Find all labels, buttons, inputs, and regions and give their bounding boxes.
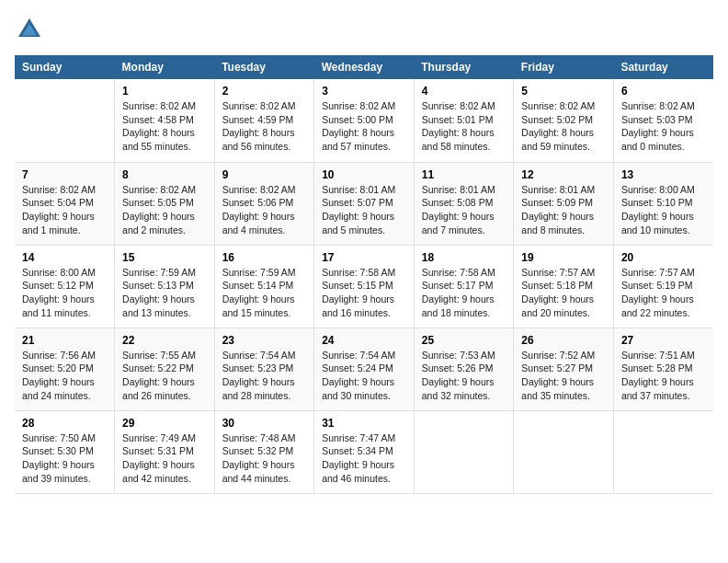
day-content: Sunrise: 7:53 AMSunset: 5:26 PMDaylight:… [422,349,506,403]
day-content: Sunrise: 7:54 AMSunset: 5:24 PMDaylight:… [322,349,406,403]
day-number: 11 [422,168,506,181]
calendar-cell: 21Sunrise: 7:56 AMSunset: 5:20 PMDayligh… [15,327,115,410]
calendar-cell: 15Sunrise: 7:59 AMSunset: 5:13 PMDayligh… [115,245,215,327]
day-number: 27 [621,334,706,347]
calendar-cell [15,79,115,162]
calendar-cell: 8Sunrise: 8:02 AMSunset: 5:05 PMDaylight… [115,162,215,245]
day-number: 24 [322,334,406,347]
day-content: Sunrise: 8:02 AMSunset: 5:04 PMDaylight:… [22,183,107,237]
day-content: Sunrise: 8:02 AMSunset: 4:58 PMDaylight:… [122,99,207,154]
day-number: 13 [621,168,706,181]
logo [15,15,48,44]
day-content: Sunrise: 8:01 AMSunset: 5:09 PMDaylight:… [521,183,606,237]
day-number: 12 [521,168,606,181]
calendar-cell: 9Sunrise: 8:02 AMSunset: 5:06 PMDaylight… [214,162,314,245]
day-number: 1 [122,85,207,98]
day-number: 8 [122,168,207,181]
day-content: Sunrise: 7:57 AMSunset: 5:18 PMDaylight:… [521,266,606,320]
day-number: 21 [22,334,107,347]
calendar-cell: 16Sunrise: 7:59 AMSunset: 5:14 PMDayligh… [214,245,314,327]
day-number: 15 [122,251,207,264]
day-content: Sunrise: 8:02 AMSunset: 5:05 PMDaylight:… [122,183,207,237]
day-number: 19 [521,251,606,264]
day-content: Sunrise: 7:55 AMSunset: 5:22 PMDaylight:… [122,349,207,403]
calendar-cell: 2Sunrise: 8:02 AMSunset: 4:59 PMDaylight… [214,79,314,162]
day-number: 31 [322,417,406,430]
calendar-cell: 24Sunrise: 7:54 AMSunset: 5:24 PMDayligh… [314,327,415,410]
calendar-cell: 17Sunrise: 7:58 AMSunset: 5:15 PMDayligh… [314,245,415,327]
calendar-cell: 11Sunrise: 8:01 AMSunset: 5:08 PMDayligh… [414,162,514,245]
day-content: Sunrise: 8:00 AMSunset: 5:12 PMDaylight:… [22,266,107,320]
day-number: 14 [22,251,107,264]
day-header-sunday: Sunday [15,55,115,79]
day-content: Sunrise: 8:01 AMSunset: 5:07 PMDaylight:… [322,183,406,237]
calendar-cell: 4Sunrise: 8:02 AMSunset: 5:01 PMDaylight… [414,79,514,162]
calendar-cell: 26Sunrise: 7:52 AMSunset: 5:27 PMDayligh… [514,327,614,410]
day-header-saturday: Saturday [613,55,713,79]
calendar-cell: 30Sunrise: 7:48 AMSunset: 5:32 PMDayligh… [214,410,314,493]
calendar-cell: 12Sunrise: 8:01 AMSunset: 5:09 PMDayligh… [514,162,614,245]
week-row-2: 7Sunrise: 8:02 AMSunset: 5:04 PMDaylight… [15,162,713,245]
calendar-cell [414,410,514,493]
day-content: Sunrise: 7:57 AMSunset: 5:19 PMDaylight:… [621,266,706,320]
calendar-cell: 23Sunrise: 7:54 AMSunset: 5:23 PMDayligh… [214,327,314,410]
day-number: 16 [222,251,307,264]
day-content: Sunrise: 7:48 AMSunset: 5:32 PMDaylight:… [222,431,307,486]
day-content: Sunrise: 8:00 AMSunset: 5:10 PMDaylight:… [621,183,706,237]
day-content: Sunrise: 7:52 AMSunset: 5:27 PMDaylight:… [521,349,606,403]
day-content: Sunrise: 8:02 AMSunset: 5:00 PMDaylight:… [322,99,406,154]
day-header-thursday: Thursday [414,55,514,79]
day-header-tuesday: Tuesday [214,55,314,79]
day-number: 10 [322,168,406,181]
calendar-cell: 13Sunrise: 8:00 AMSunset: 5:10 PMDayligh… [613,162,713,245]
calendar-cell: 14Sunrise: 8:00 AMSunset: 5:12 PMDayligh… [15,245,115,327]
day-header-wednesday: Wednesday [314,55,415,79]
week-row-4: 21Sunrise: 7:56 AMSunset: 5:20 PMDayligh… [15,327,713,410]
calendar-cell: 18Sunrise: 7:58 AMSunset: 5:17 PMDayligh… [414,245,514,327]
day-content: Sunrise: 7:50 AMSunset: 5:30 PMDaylight:… [22,431,107,486]
day-number: 5 [521,85,606,98]
day-content: Sunrise: 7:56 AMSunset: 5:20 PMDaylight:… [22,349,107,403]
day-content: Sunrise: 7:49 AMSunset: 5:31 PMDaylight:… [122,431,207,486]
day-content: Sunrise: 8:02 AMSunset: 5:02 PMDaylight:… [521,99,606,154]
calendar-cell: 7Sunrise: 8:02 AMSunset: 5:04 PMDaylight… [15,162,115,245]
calendar-cell: 28Sunrise: 7:50 AMSunset: 5:30 PMDayligh… [15,410,115,493]
day-content: Sunrise: 7:58 AMSunset: 5:17 PMDaylight:… [422,266,506,320]
day-number: 29 [122,417,207,430]
calendar-cell: 25Sunrise: 7:53 AMSunset: 5:26 PMDayligh… [414,327,514,410]
calendar-cell: 20Sunrise: 7:57 AMSunset: 5:19 PMDayligh… [613,245,713,327]
day-number: 7 [22,168,107,181]
day-number: 17 [322,251,406,264]
day-content: Sunrise: 7:59 AMSunset: 5:13 PMDaylight:… [122,266,207,320]
day-content: Sunrise: 7:59 AMSunset: 5:14 PMDaylight:… [222,266,307,320]
day-content: Sunrise: 8:02 AMSunset: 4:59 PMDaylight:… [222,99,307,154]
calendar-cell: 19Sunrise: 7:57 AMSunset: 5:18 PMDayligh… [514,245,614,327]
day-number: 25 [422,334,506,347]
calendar-cell [514,410,614,493]
day-number: 20 [621,251,706,264]
calendar-cell [613,410,713,493]
day-number: 2 [222,85,307,98]
logo-icon [15,15,44,44]
calendar-cell: 6Sunrise: 8:02 AMSunset: 5:03 PMDaylight… [613,79,713,162]
calendar-cell: 10Sunrise: 8:01 AMSunset: 5:07 PMDayligh… [314,162,415,245]
day-content: Sunrise: 8:02 AMSunset: 5:06 PMDaylight:… [222,183,307,237]
day-number: 9 [222,168,307,181]
day-content: Sunrise: 8:01 AMSunset: 5:08 PMDaylight:… [422,183,506,237]
day-number: 22 [122,334,207,347]
day-content: Sunrise: 8:02 AMSunset: 5:01 PMDaylight:… [422,99,506,154]
day-number: 28 [22,417,107,430]
day-number: 4 [422,85,506,98]
day-number: 26 [521,334,606,347]
day-header-friday: Friday [514,55,614,79]
week-row-3: 14Sunrise: 8:00 AMSunset: 5:12 PMDayligh… [15,245,713,327]
calendar-cell: 31Sunrise: 7:47 AMSunset: 5:34 PMDayligh… [314,410,415,493]
calendar-cell: 27Sunrise: 7:51 AMSunset: 5:28 PMDayligh… [613,327,713,410]
calendar-cell: 1Sunrise: 8:02 AMSunset: 4:58 PMDaylight… [115,79,215,162]
day-content: Sunrise: 7:54 AMSunset: 5:23 PMDaylight:… [222,349,307,403]
day-number: 3 [322,85,406,98]
calendar-table: SundayMondayTuesdayWednesdayThursdayFrid… [15,55,713,494]
day-content: Sunrise: 7:47 AMSunset: 5:34 PMDaylight:… [322,431,406,486]
week-row-1: 1Sunrise: 8:02 AMSunset: 4:58 PMDaylight… [15,79,713,162]
day-header-monday: Monday [115,55,215,79]
